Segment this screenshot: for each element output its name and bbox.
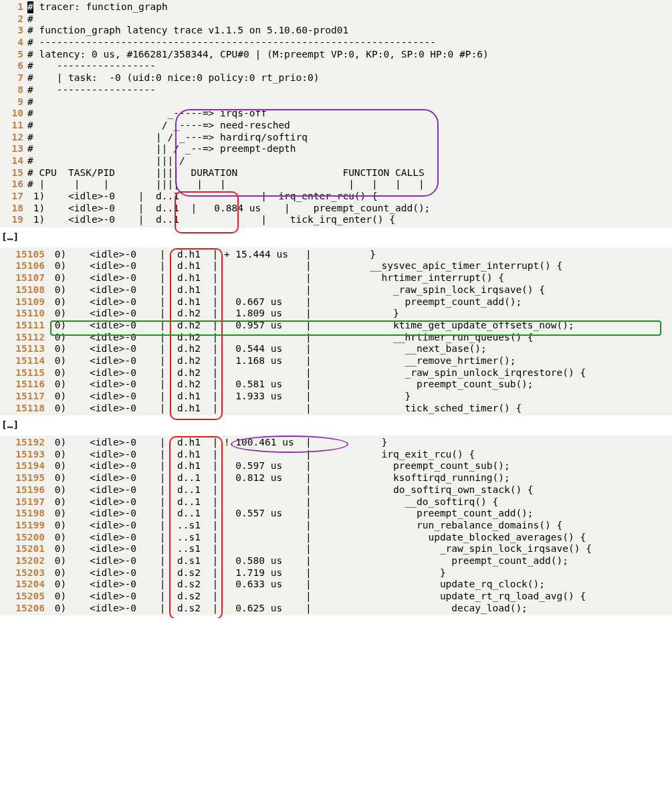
ellipsis-1: […] bbox=[1, 231, 671, 243]
line-number: 15201 bbox=[2, 543, 49, 555]
trace-line: 15115 0) <idle>-0 | d.h2 | | _raw_spin_u… bbox=[2, 367, 672, 379]
line-content: # bbox=[27, 13, 672, 25]
line-content: # tracer: function_graph bbox=[27, 1, 672, 13]
line-content: 0) <idle>-0 | ..s1 | | _raw_spin_lock_ir… bbox=[49, 543, 672, 555]
line-content: # || / _--=> preempt-depth bbox=[27, 143, 672, 155]
line-number: 15196 bbox=[2, 484, 49, 496]
line-number: 15194 bbox=[2, 460, 49, 472]
line-content: 0) <idle>-0 | d..1 | | __do_softirq() { bbox=[49, 496, 672, 508]
trace-line: 15194 0) <idle>-0 | d.h1 | 0.597 us | pr… bbox=[2, 460, 672, 472]
line-number: 8 bbox=[2, 84, 27, 96]
line-number: 16 bbox=[2, 179, 27, 191]
line-number: 19 bbox=[2, 214, 27, 226]
ellipsis-2: […] bbox=[1, 419, 671, 431]
line-content: 0) <idle>-0 | d.h1 | 1.933 us | } bbox=[49, 391, 672, 403]
line-number: 1 bbox=[2, 1, 27, 13]
trace-line: 15192 0) <idle>-0 | d.h1 | ! 100.461 us … bbox=[2, 437, 672, 449]
line-content: # | task: -0 (uid:0 nice:0 policy:0 rt_p… bbox=[27, 72, 672, 84]
line-number: 15202 bbox=[2, 555, 49, 567]
trace-line: 5# latency: 0 us, #166281/358344, CPU#0 … bbox=[2, 49, 672, 61]
line-number: 15107 bbox=[2, 272, 49, 284]
line-content: 0) <idle>-0 | d.h1 | | _raw_spin_lock_ir… bbox=[49, 284, 672, 296]
trace-line: 18 1) <idle>-0 | d..1 | 0.884 us | preem… bbox=[2, 203, 672, 215]
trace-line: 15195 0) <idle>-0 | d..1 | 0.812 us | ks… bbox=[2, 472, 672, 484]
line-number: 15200 bbox=[2, 532, 49, 544]
line-number: 15117 bbox=[2, 391, 49, 403]
line-number: 15192 bbox=[2, 437, 49, 449]
trace-line: 4# -------------------------------------… bbox=[2, 37, 672, 49]
line-content: 0) <idle>-0 | d.h2 | 0.581 us | preempt_… bbox=[49, 379, 672, 391]
trace-line: 13# || / _--=> preempt-depth bbox=[2, 143, 672, 155]
trace-line: 6# ----------------- bbox=[2, 60, 672, 72]
trace-line: 15113 0) <idle>-0 | d.h2 | 0.544 us | __… bbox=[2, 343, 672, 355]
line-content: # | | | |||| | | | | | | bbox=[27, 179, 672, 191]
line-content: # --------------------------------------… bbox=[27, 37, 672, 49]
line-content: 0) <idle>-0 | d.s2 | 1.719 us | } bbox=[49, 567, 672, 579]
line-number: 15199 bbox=[2, 520, 49, 532]
trace-line: 14# ||| / bbox=[2, 155, 672, 167]
line-content: 0) <idle>-0 | d.h1 | | tick_sched_timer(… bbox=[49, 403, 672, 415]
line-content: 0) <idle>-0 | d.s1 | 0.580 us | preempt_… bbox=[49, 555, 672, 567]
line-content: # CPU TASK/PID |||| DURATION FUNCTION CA… bbox=[27, 167, 672, 179]
trace-line: 15205 0) <idle>-0 | d.s2 | | update_rt_r… bbox=[2, 591, 672, 603]
line-number: 15105 bbox=[2, 249, 49, 261]
line-number: 9 bbox=[2, 96, 27, 108]
line-content: 0) <idle>-0 | d.s2 | 0.633 us | update_r… bbox=[49, 579, 672, 591]
line-number: 15110 bbox=[2, 308, 49, 320]
trace-line: 15196 0) <idle>-0 | d..1 | | do_softirq_… bbox=[2, 484, 672, 496]
trace-line: 15203 0) <idle>-0 | d.s2 | 1.719 us | } bbox=[2, 567, 672, 579]
trace-line: 16# | | | |||| | | | | | | bbox=[2, 179, 672, 191]
line-number: 10 bbox=[2, 108, 27, 120]
line-content: # ||| / bbox=[27, 155, 672, 167]
line-content: 0) <idle>-0 | d.h1 | 0.667 us | preempt_… bbox=[49, 296, 672, 308]
line-number: 15193 bbox=[2, 449, 49, 461]
line-number: 15113 bbox=[2, 343, 49, 355]
trace-line: 15108 0) <idle>-0 | d.h1 | | _raw_spin_l… bbox=[2, 284, 672, 296]
trace-block-2: 15105 0) <idle>-0 | d.h1 | + 15.444 us |… bbox=[0, 248, 672, 416]
trace-line: 15118 0) <idle>-0 | d.h1 | | tick_sched_… bbox=[2, 403, 672, 415]
line-content: 0) <idle>-0 | d.h2 | 0.957 us | ktime_ge… bbox=[49, 320, 672, 332]
line-number: 15205 bbox=[2, 591, 49, 603]
trace-line: 15110 0) <idle>-0 | d.h2 | 1.809 us | } bbox=[2, 308, 672, 320]
cursor: # bbox=[27, 1, 33, 13]
line-content: 0) <idle>-0 | d.h2 | 1.168 us | __remove… bbox=[49, 355, 672, 367]
line-number: 6 bbox=[2, 60, 27, 72]
line-number: 2 bbox=[2, 13, 27, 25]
trace-line: 15193 0) <idle>-0 | d.h1 | | irq_exit_rc… bbox=[2, 449, 672, 461]
line-number: 15204 bbox=[2, 579, 49, 591]
trace-line: 19 1) <idle>-0 | d..1 | tick_irq_enter()… bbox=[2, 214, 672, 226]
trace-line: 12# | / _---=> hardirq/softirq bbox=[2, 132, 672, 144]
trace-line: 15202 0) <idle>-0 | d.s1 | 0.580 us | pr… bbox=[2, 555, 672, 567]
line-content: 1) <idle>-0 | d..1 | 0.884 us | preempt_… bbox=[27, 203, 672, 215]
line-number: 14 bbox=[2, 155, 27, 167]
trace-line: 15199 0) <idle>-0 | ..s1 | | run_rebalan… bbox=[2, 520, 672, 532]
line-number: 15197 bbox=[2, 496, 49, 508]
trace-line: 7# | task: -0 (uid:0 nice:0 policy:0 rt_… bbox=[2, 72, 672, 84]
line-content: # latency: 0 us, #166281/358344, CPU#0 |… bbox=[27, 49, 672, 61]
trace-line: 15206 0) <idle>-0 | d.s2 | 0.625 us | de… bbox=[2, 603, 672, 615]
line-content: 0) <idle>-0 | d.s2 | 0.625 us | decay_lo… bbox=[49, 603, 672, 615]
trace-line: 2# bbox=[2, 13, 672, 25]
trace-line: 15109 0) <idle>-0 | d.h1 | 0.667 us | pr… bbox=[2, 296, 672, 308]
line-content: # | / _---=> hardirq/softirq bbox=[27, 132, 672, 144]
line-content: # function_graph latency trace v1.1.5 on… bbox=[27, 25, 672, 37]
trace-block-3: 15192 0) <idle>-0 | d.h1 | ! 100.461 us … bbox=[0, 435, 672, 615]
line-content: 0) <idle>-0 | d.s2 | | update_rt_rq_load… bbox=[49, 591, 672, 603]
line-number: 15111 bbox=[2, 320, 49, 332]
line-content: 0) <idle>-0 | ..s1 | | run_rebalance_dom… bbox=[49, 520, 672, 532]
trace-line: 8# ----------------- bbox=[2, 84, 672, 96]
line-number: 12 bbox=[2, 132, 27, 144]
line-content: 0) <idle>-0 | d..1 | 0.812 us | ksoftirq… bbox=[49, 472, 672, 484]
trace-line: 15201 0) <idle>-0 | ..s1 | | _raw_spin_l… bbox=[2, 543, 672, 555]
trace-line: 15106 0) <idle>-0 | d.h1 | | __sysvec_ap… bbox=[2, 260, 672, 272]
line-number: 15206 bbox=[2, 603, 49, 615]
line-content: 0) <idle>-0 | d.h1 | | __sysvec_apic_tim… bbox=[49, 260, 672, 272]
line-number: 15114 bbox=[2, 355, 49, 367]
line-number: 4 bbox=[2, 37, 27, 49]
trace-line: 15204 0) <idle>-0 | d.s2 | 0.633 us | up… bbox=[2, 579, 672, 591]
line-content: 0) <idle>-0 | d..1 | | do_softirq_own_st… bbox=[49, 484, 672, 496]
line-content: 1) <idle>-0 | d..1 | irq_enter_rcu() { bbox=[27, 191, 672, 203]
trace-line: 10# _-----=> irqs-off bbox=[2, 108, 672, 120]
line-content: 0) <idle>-0 | d.h1 | ! 100.461 us | } bbox=[49, 437, 672, 449]
line-content: 0) <idle>-0 | d.h2 | | __hrtimer_run_que… bbox=[49, 332, 672, 344]
